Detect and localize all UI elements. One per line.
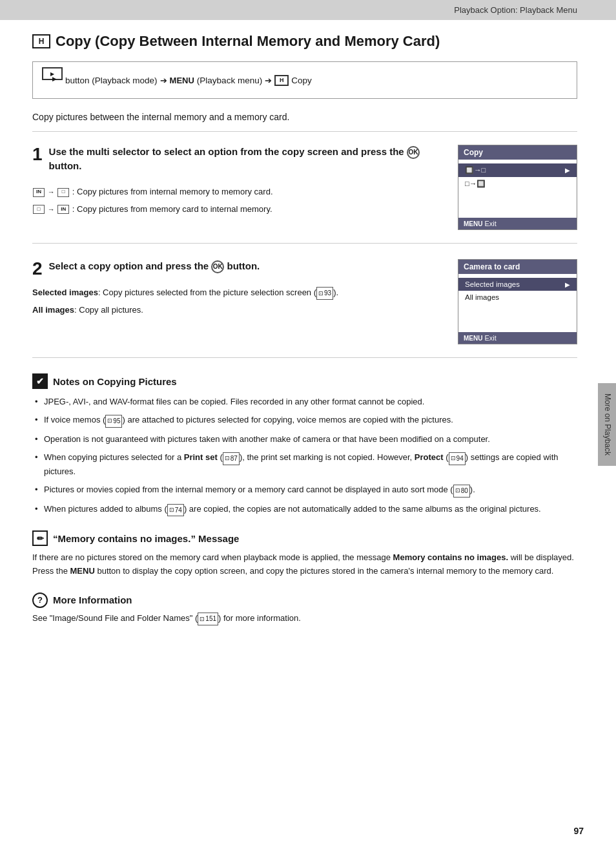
notes-header: ✔ Notes on Copying Pictures <box>32 373 577 389</box>
ref-151: ⊡ 151 <box>198 613 218 625</box>
screen-2-row-1: Selected images ▶ <box>458 278 577 291</box>
header-text: Playback Option: Playback Menu <box>454 5 577 15</box>
screen-2-title: Camera to card <box>458 260 577 274</box>
arrow-icon-2: → <box>48 204 55 216</box>
message-header: ✏ “Memory contains no images.” Message <box>32 530 577 546</box>
message-body: If there are no pictures stored on the m… <box>32 551 577 578</box>
screen-2-menu-label: MENU <box>464 335 482 342</box>
internal-mem-icon-2: IN <box>57 205 69 214</box>
note-item-6: When pictures added to albums (⊡ 74) are… <box>32 503 577 517</box>
message-bold: Memory contains no images. <box>393 552 508 562</box>
more-info-title: More Information <box>53 594 132 605</box>
main-content: H Copy (Copy Between Internal Memory and… <box>0 20 616 651</box>
note-item-5: Pictures or movies copied from the inter… <box>32 483 577 498</box>
ref-95: ⊡ 95 <box>105 415 122 428</box>
step-2-content: 2 Select a copy option and press the OK … <box>32 259 445 344</box>
step-2-detail-1: Selected images: Copy pictures selected … <box>32 286 445 300</box>
screen-2-exit-label: Exit <box>484 334 496 342</box>
notes-icon: ✔ <box>32 373 48 389</box>
nav-arrow-2: ➔ <box>265 76 272 85</box>
all-images-label: All images <box>32 305 74 315</box>
side-tab: More on Playback <box>598 383 616 466</box>
screen-1-footer: MENU Exit <box>458 218 577 229</box>
step-1-section: 1 Use the multi selector to select an op… <box>32 145 577 244</box>
step-1-detail-2: □ → IN : Copy pictures from memory card … <box>32 203 445 216</box>
screen-1-row-2: □→🔲 <box>458 177 577 191</box>
step-1-body: IN → □ : Copy pictures from internal mem… <box>32 185 445 216</box>
more-info-header: ? More Information <box>32 592 577 608</box>
row-2-label: □→🔲 <box>465 180 486 188</box>
step-1-detail-1: IN → □ : Copy pictures from internal mem… <box>32 185 445 199</box>
step-1-number: 1 <box>32 145 43 165</box>
ref-74: ⊡ 74 <box>167 504 184 517</box>
card-icon-2: □ <box>33 205 45 214</box>
step-1-title: Use the multi selector to select an opti… <box>49 145 445 173</box>
internal-mem-icon: IN <box>33 188 45 197</box>
step-1-screen: Copy 🔲→□ ▶ □→🔲 MENU Exit <box>458 145 577 230</box>
notes-title: Notes on Copying Pictures <box>53 376 177 387</box>
menu-text-inline: MENU <box>70 566 95 576</box>
note-item-3: Operation is not guaranteed with picture… <box>32 433 577 446</box>
note-item-1: JPEG-, AVI-, and WAV-format files can be… <box>32 395 577 408</box>
print-set-label: Print set <box>184 452 218 462</box>
header-bar: Playback Option: Playback Menu <box>0 0 616 20</box>
side-tab-text: More on Playback <box>603 393 612 456</box>
note-item-4: When copying pictures selected for a Pri… <box>32 451 577 478</box>
nav-arrow-1: ➔ <box>160 76 167 85</box>
playback-button-icon: ▶ <box>42 67 63 80</box>
step-2-section: 2 Select a copy option and press the OK … <box>32 259 577 358</box>
page-title: H Copy (Copy Between Internal Memory and… <box>32 33 577 50</box>
copy-nav-icon: H <box>274 75 289 86</box>
nav-text-2: (Playback menu) <box>197 76 262 85</box>
screen-1-exit-label: Exit <box>484 220 496 227</box>
nav-text-copy: Copy <box>291 76 312 85</box>
row-1-label: 🔲→□ <box>465 166 486 174</box>
ref-93: ⊡ 93 <box>316 287 333 300</box>
nav-breadcrumb: ▶ button (Playback mode) ➔ MENU (Playbac… <box>32 61 577 99</box>
step-2-title: Select a copy option and press the OK bu… <box>49 259 260 273</box>
more-info-body: See "Image/Sound File and Folder Names" … <box>32 612 577 625</box>
page-title-text: Copy (Copy Between Internal Memory and M… <box>56 33 440 50</box>
page-number: 97 <box>573 826 584 836</box>
selected-images-label: Selected images <box>32 288 98 297</box>
copy-title-icon: H <box>32 34 50 48</box>
screen-2-footer: MENU Exit <box>458 332 577 344</box>
more-info-section: ? More Information See "Image/Sound File… <box>32 592 577 625</box>
pencil-icon: ✏ <box>32 530 48 546</box>
note-item-2: If voice memos (⊡ 95) are attached to pi… <box>32 414 577 428</box>
screen-2-row-1-arrow: ▶ <box>565 281 570 288</box>
row-1-arrow: ▶ <box>565 167 570 174</box>
card-icon-1: □ <box>57 188 69 197</box>
screen-2-row-2: All images <box>458 291 577 304</box>
screen-1-title: Copy <box>458 145 577 160</box>
screen-2-row-1-label: Selected images <box>465 280 520 288</box>
screen-1-row-1: 🔲→□ ▶ <box>458 163 577 177</box>
notes-section: ✔ Notes on Copying Pictures JPEG-, AVI-,… <box>32 373 577 516</box>
step-2-body: Selected images: Copy pictures selected … <box>32 286 445 317</box>
step-2-screen: Camera to card Selected images ▶ All ima… <box>458 259 577 344</box>
ref-80: ⊡ 80 <box>453 485 470 498</box>
message-title: “Memory contains no images.” Message <box>53 533 239 544</box>
protect-label: Protect <box>415 452 444 462</box>
menu-label: MENU <box>170 76 194 85</box>
screen-2-row-2-label: All images <box>465 293 499 301</box>
screen-1-body: 🔲→□ ▶ □→🔲 <box>458 160 577 218</box>
message-section: ✏ “Memory contains no images.” Message I… <box>32 530 577 578</box>
screen-2-body: Selected images ▶ All images <box>458 274 577 332</box>
ref-87: ⊡ 87 <box>223 452 240 465</box>
notes-list: JPEG-, AVI-, and WAV-format files can be… <box>32 395 577 516</box>
nav-text-1: button (Playback mode) <box>65 76 158 85</box>
step-2-number: 2 <box>32 259 43 279</box>
ref-94: ⊡ 94 <box>449 452 466 465</box>
step-2-detail-2: All images: Copy all pictures. <box>32 304 445 317</box>
arrow-icon-1: → <box>48 187 55 198</box>
screen-1-menu-label: MENU <box>464 220 482 227</box>
info-icon: ? <box>32 592 48 608</box>
intro-text: Copy pictures between the internal memor… <box>32 112 577 132</box>
step-1-content: 1 Use the multi selector to select an op… <box>32 145 445 230</box>
